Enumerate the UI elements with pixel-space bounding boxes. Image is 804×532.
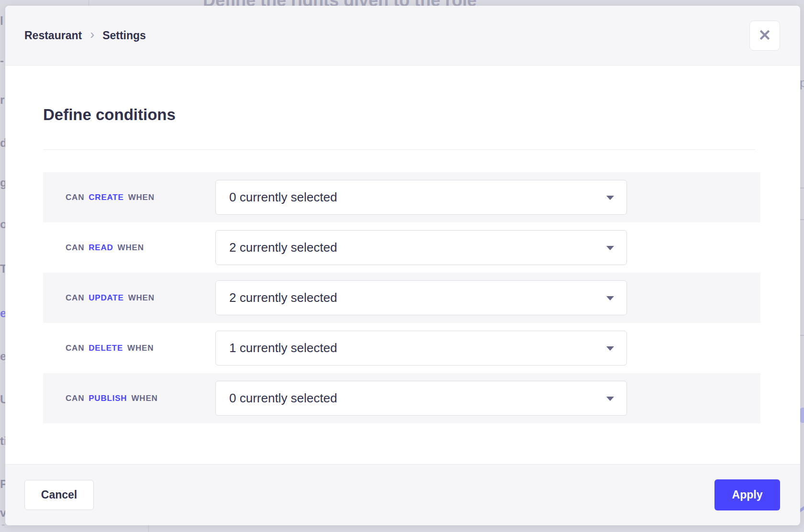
select-value: 0 currently selected — [229, 190, 337, 205]
condition-row-create: CAN CREATE WHEN 0 currently selected — [43, 172, 760, 222]
background-text-fragment: p — [800, 76, 804, 90]
condition-label: CAN PUBLISH WHEN — [66, 373, 158, 423]
label-action: UPDATE — [89, 293, 123, 303]
cancel-button[interactable]: Cancel — [24, 480, 94, 510]
background-text-fragment: l — [0, 14, 3, 28]
label-suffix: WHEN — [118, 243, 144, 253]
background-text-fragment: ti — [0, 434, 5, 448]
select-value: 0 currently selected — [229, 391, 337, 406]
background-text-fragment: U — [0, 393, 5, 406]
label-action: CREATE — [89, 193, 123, 202]
background-text-fragment: er — [0, 350, 5, 363]
modal-body: Define conditions CAN CREATE WHEN 0 curr… — [5, 66, 800, 464]
settings-modal: Restaurant › Settings Define conditions … — [5, 6, 800, 525]
background-line-fragment — [800, 188, 804, 188]
background-text-fragment: e — [0, 307, 5, 320]
background-text-fragment: v — [0, 506, 5, 520]
chevron-down-icon — [606, 196, 614, 200]
select-value: 2 currently selected — [229, 240, 337, 255]
background-line-fragment — [800, 219, 804, 220]
background-pill-fragment — [800, 408, 804, 423]
condition-label: CAN READ WHEN — [66, 222, 144, 273]
backdrop-right-strip: p — [800, 0, 804, 532]
breadcrumb-item-restaurant: Restaurant — [24, 29, 82, 42]
label-action: DELETE — [89, 344, 123, 353]
conditions-list: CAN CREATE WHEN 0 currently selected CAN… — [43, 172, 760, 423]
condition-row-read: CAN READ WHEN 2 currently selected — [43, 222, 760, 273]
select-value: 1 currently selected — [229, 341, 337, 355]
label-prefix: CAN — [66, 193, 84, 202]
condition-row-delete: CAN DELETE WHEN 1 currently selected — [43, 323, 760, 373]
condition-row-publish: CAN PUBLISH WHEN 0 currently selected — [43, 373, 760, 423]
chevron-down-icon — [606, 296, 614, 300]
label-suffix: WHEN — [128, 193, 155, 202]
background-divider — [89, 0, 89, 6]
divider — [43, 149, 755, 150]
update-conditions-select[interactable]: 2 currently selected — [215, 280, 627, 315]
background-divider — [148, 525, 149, 532]
background-text-fragment: o — [0, 218, 5, 231]
label-action: READ — [89, 243, 113, 253]
background-text-fragment: P — [0, 477, 5, 491]
chevron-down-icon — [606, 346, 614, 351]
publish-conditions-select[interactable]: 0 currently selected — [215, 381, 627, 416]
background-text-fragment: - — [0, 54, 4, 67]
background-text-fragment: d — [0, 136, 5, 150]
background-text-fragment: g — [0, 176, 5, 189]
modal-footer: Cancel Apply — [5, 464, 800, 525]
condition-label: CAN DELETE WHEN — [66, 323, 154, 373]
label-suffix: WHEN — [127, 344, 154, 353]
background-line-fragment — [800, 335, 804, 336]
backdrop-left-strip: l - r d g o T e er U ti P v ai — [0, 0, 5, 532]
backdrop-bottom-strip — [0, 525, 804, 532]
label-prefix: CAN — [66, 394, 84, 403]
condition-label: CAN UPDATE WHEN — [66, 273, 155, 323]
label-prefix: CAN — [66, 344, 84, 353]
condition-row-update: CAN UPDATE WHEN 2 currently selected — [43, 273, 760, 323]
background-check-fragment — [800, 506, 804, 513]
label-suffix: WHEN — [131, 394, 157, 403]
label-prefix: CAN — [66, 293, 84, 303]
modal-header: Restaurant › Settings — [5, 6, 800, 66]
close-icon — [758, 28, 772, 44]
breadcrumb: Restaurant › Settings — [24, 6, 146, 66]
background-text-fragment: T — [0, 262, 5, 276]
chevron-down-icon — [606, 246, 614, 250]
background-text-fragment: r — [0, 93, 4, 107]
create-conditions-select[interactable]: 0 currently selected — [215, 180, 627, 215]
label-action: PUBLISH — [89, 394, 127, 403]
condition-label: CAN CREATE WHEN — [66, 172, 155, 222]
backdrop-top-strip: Define the rights given to the role — [0, 0, 804, 6]
label-prefix: CAN — [66, 243, 84, 253]
chevron-right-icon: › — [90, 27, 94, 44]
select-value: 2 currently selected — [229, 290, 337, 305]
apply-button[interactable]: Apply — [715, 479, 780, 510]
background-page-title: Define the rights given to the role — [203, 0, 477, 6]
close-button[interactable] — [749, 21, 780, 51]
read-conditions-select[interactable]: 2 currently selected — [215, 230, 627, 265]
breadcrumb-item-settings: Settings — [102, 29, 146, 42]
label-suffix: WHEN — [128, 293, 155, 303]
chevron-down-icon — [606, 397, 614, 401]
page-title: Define conditions — [43, 106, 176, 124]
delete-conditions-select[interactable]: 1 currently selected — [215, 331, 627, 366]
